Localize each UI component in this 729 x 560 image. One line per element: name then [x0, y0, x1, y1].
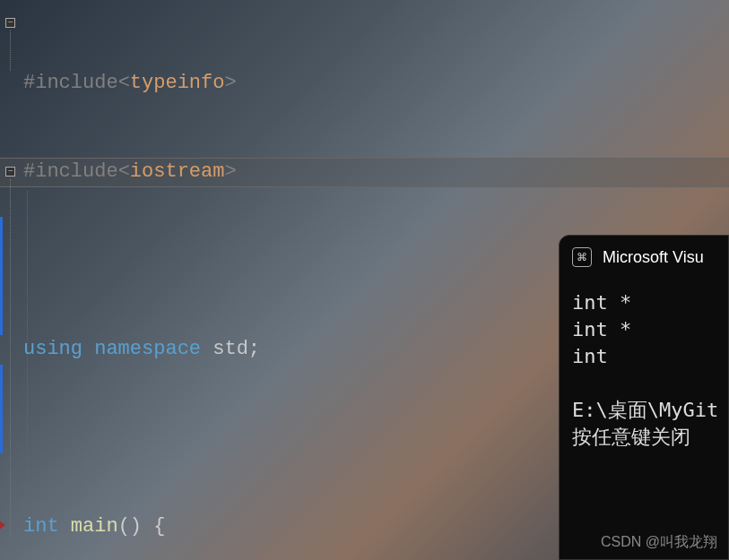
fold-toggle-icon[interactable]: −	[5, 167, 15, 177]
header-name: iostream	[130, 160, 225, 183]
console-title-text: Microsoft Visu	[603, 248, 704, 267]
code-content[interactable]: #include<typeinfo> #include<iostream> us…	[23, 9, 462, 560]
output-line: int	[572, 345, 608, 367]
console-window[interactable]: ⌘ Microsoft Visu int * int * int E:\桌面\M…	[559, 235, 729, 560]
output-path: E:\桌面\MyGit	[572, 399, 718, 421]
fold-gutter[interactable]: − −	[0, 0, 20, 560]
preprocessor: #include	[23, 72, 118, 94]
identifier-std: std	[213, 338, 248, 360]
preprocessor: #include	[23, 160, 118, 183]
output-line: int *	[572, 318, 631, 340]
func-main: main	[71, 515, 118, 538]
console-output[interactable]: int * int * int E:\桌面\MyGit 按任意键关闭	[560, 279, 728, 451]
watermark-text: CSDN @叫我龙翔	[601, 533, 717, 552]
keyword-using: using	[23, 338, 82, 360]
keyword-int: int	[23, 515, 59, 538]
keyword-namespace: namespace	[94, 338, 201, 360]
console-titlebar[interactable]: ⌘ Microsoft Visu	[560, 236, 728, 279]
output-line: int *	[572, 291, 631, 314]
fold-toggle-icon[interactable]: −	[5, 18, 15, 28]
terminal-icon: ⌘	[572, 247, 592, 267]
output-prompt: 按任意键关闭	[572, 426, 690, 448]
fold-guide	[10, 30, 11, 71]
fold-guide	[10, 179, 11, 538]
header-name: typeinfo	[130, 72, 225, 94]
